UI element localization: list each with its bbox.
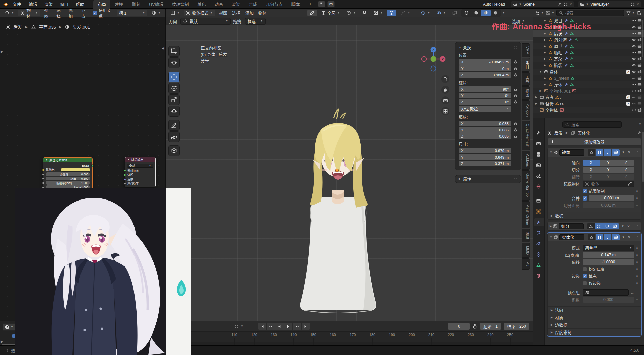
lock-icon[interactable] <box>513 100 518 104</box>
outliner-search-input[interactable]: 搜索 <box>556 10 624 16</box>
outliner-row[interactable]: ▶ 备份 29 ✓ <box>533 100 644 107</box>
chinese-lang-button[interactable]: 中 <box>327 1 335 7</box>
eye-icon[interactable] <box>632 63 636 68</box>
region-expand-icon[interactable]: ▶ <box>1 340 3 343</box>
disclosure-icon[interactable]: ▶ <box>543 77 547 80</box>
material-slot-dropdown[interactable]: 槽 1▼ <box>117 10 147 16</box>
outliner-scrollbar[interactable] <box>642 20 643 57</box>
edit-mode-toggle[interactable] <box>595 223 603 229</box>
input-socket[interactable] <box>124 174 126 176</box>
sidebar-tab[interactable]: 工具 <box>522 72 530 86</box>
location-field-row[interactable]: X-0.08492 m <box>459 59 518 65</box>
eye-icon[interactable] <box>632 70 636 74</box>
edit-mode-toggle[interactable] <box>596 234 603 240</box>
realtime-toggle[interactable] <box>603 223 611 229</box>
clipping-checkbox-row[interactable]: ✓范围限制 <box>583 188 634 194</box>
render-toggle[interactable] <box>611 223 619 229</box>
disclosure-icon[interactable]: ▶ <box>534 102 538 105</box>
sidebar-tab[interactable]: M3 <box>522 258 530 269</box>
workspace-tab[interactable]: 着色 <box>193 0 210 9</box>
eye-icon[interactable] <box>632 25 636 29</box>
eyedropper-icon[interactable] <box>628 182 632 186</box>
eye-closed-icon[interactable] <box>632 95 636 99</box>
input-socket[interactable] <box>42 173 44 175</box>
camera-visibility-icon[interactable] <box>637 31 642 36</box>
eye-closed-icon[interactable] <box>632 101 636 106</box>
axis-z-button[interactable]: Z <box>617 167 634 173</box>
render-toggle[interactable] <box>612 234 620 240</box>
outliner-row[interactable]: ▶ 3_mesh <box>533 75 644 81</box>
rotation-mode-dropdown[interactable]: XYZ 欧拉▼ <box>459 106 511 112</box>
eye-icon[interactable] <box>632 18 636 23</box>
collapse-icon[interactable]: ▼ <box>550 236 552 239</box>
axis-y-button[interactable]: Y <box>600 167 617 173</box>
viewport-menu-item[interactable]: 视图 <box>217 9 230 17</box>
tool-move[interactable] <box>168 72 180 82</box>
outliner-row[interactable]: ▶ 身体 <box>533 81 644 88</box>
lock-icon[interactable] <box>513 60 518 64</box>
tab-collection[interactable] <box>534 197 544 205</box>
eye-icon[interactable] <box>632 57 636 61</box>
sidebar-tab[interactable]: MMD <box>522 243 530 258</box>
workspace-tab[interactable]: 合成 <box>245 0 262 9</box>
tab-data[interactable] <box>534 261 544 269</box>
horizontal-scrollbar[interactable] <box>2 344 15 345</box>
frame-start-field[interactable]: 起始1 <box>480 323 501 330</box>
outliner-row[interactable]: 空物体 <box>533 107 644 113</box>
workspace-tab[interactable]: UV编辑 <box>145 0 167 9</box>
topbar-menu-item[interactable]: 帮助 <box>72 0 88 8</box>
drag-dots-icon[interactable] <box>635 235 639 239</box>
overlays-dropdown[interactable]: ▼ <box>434 10 448 16</box>
eye-closed-icon[interactable] <box>632 76 636 80</box>
input-socket[interactable] <box>42 182 44 184</box>
only-rim-checkbox-row[interactable]: 仅边缘 <box>583 280 634 286</box>
dimension-field-row[interactable]: Z0.371 m <box>459 161 518 166</box>
camera-visibility-icon[interactable] <box>637 44 642 48</box>
collapse-icon[interactable]: ▼ <box>459 46 461 49</box>
input-socket[interactable] <box>42 177 44 180</box>
timeline-ruler[interactable]: 1101201301401501601701801902002102202302… <box>191 331 533 345</box>
thickness-field[interactable]: 0.147 m <box>583 252 634 258</box>
camera-visibility-icon[interactable] <box>637 108 642 112</box>
bisect-distance-field[interactable]: 0.001 m <box>583 202 634 208</box>
region-collapse-icon[interactable]: ◀ <box>162 46 164 50</box>
new-scene-icon[interactable] <box>564 2 568 6</box>
tab-material[interactable] <box>534 272 544 280</box>
add-workspace-button[interactable]: + <box>305 1 316 8</box>
tool-add-cube[interactable] <box>168 145 180 156</box>
output-target-dropdown[interactable]: 全部▼ <box>127 164 153 168</box>
workspace-tab[interactable]: 纹理绘制 <box>168 0 193 9</box>
merge-checkbox[interactable]: ✓ <box>583 196 587 201</box>
disclosure-icon[interactable]: ▶ <box>543 57 547 60</box>
mode-dropdown[interactable]: 简单型▼ <box>583 245 634 251</box>
xray-toggle[interactable] <box>450 10 460 16</box>
modifier-name-field[interactable]: 细分 <box>559 223 584 229</box>
bsdf-slider-row[interactable]: 金属度0.000 <box>43 172 92 176</box>
topbar-menu-item[interactable]: 编辑 <box>25 0 41 8</box>
modifier-name-field[interactable]: 实体化 <box>559 234 584 240</box>
tab-object[interactable] <box>534 208 544 215</box>
tool-measure[interactable] <box>168 131 180 142</box>
shading-solid-button[interactable] <box>471 10 481 16</box>
axis-y[interactable] <box>431 56 436 62</box>
editor-type-button[interactable]: ▼ <box>3 323 15 331</box>
delete-modifier-icon[interactable]: × <box>627 235 631 240</box>
drag-dots-icon[interactable] <box>635 224 639 228</box>
properties-collapsed-panel[interactable]: ▶属性 <box>455 175 521 183</box>
base-color-swatch[interactable] <box>61 168 90 172</box>
outliner-row[interactable]: ▶ 参考 7 ✓ <box>533 94 644 100</box>
proportional-edit-toggle[interactable] <box>387 10 396 16</box>
sidebar-tab[interactable]: 编辑 <box>522 229 530 242</box>
navigation-gizmo[interactable]: Z X <box>420 46 447 73</box>
scale-field-row[interactable]: Z0.085 <box>459 133 518 139</box>
tool-rotate[interactable] <box>168 83 180 94</box>
collection-checkbox[interactable]: ✓ <box>626 70 630 74</box>
tab-render[interactable] <box>534 140 544 147</box>
lock-icon[interactable] <box>513 73 518 77</box>
disclosure-icon[interactable]: ▶ <box>534 96 538 99</box>
stopwatch-icon[interactable] <box>472 324 477 329</box>
eye-closed-icon[interactable] <box>632 108 636 112</box>
shading-rendered-button[interactable] <box>491 10 500 16</box>
falloff-dropdown[interactable]: ▼ <box>398 10 412 16</box>
merge-value-field[interactable]: 0.001 m <box>589 195 634 201</box>
